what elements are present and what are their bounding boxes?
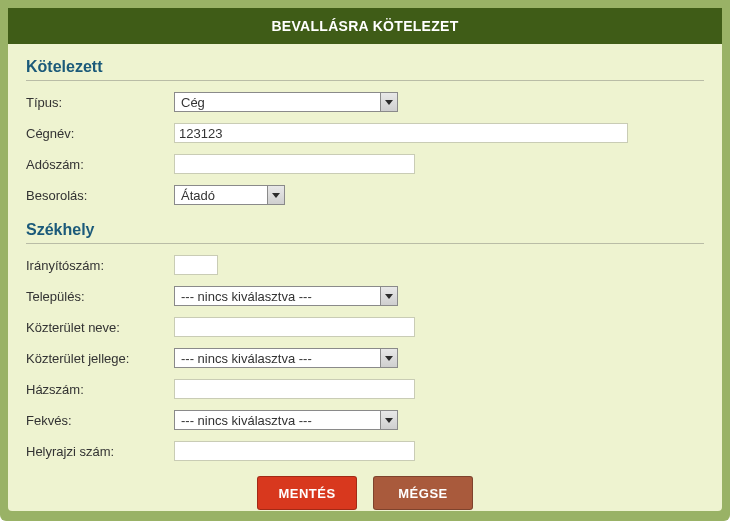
kozterulet-jellege-select[interactable]: --- nincs kiválasztva --- bbox=[174, 348, 398, 368]
row-telepules: Település: --- nincs kiválasztva --- bbox=[26, 285, 704, 307]
tipus-select[interactable]: Cég bbox=[174, 92, 398, 112]
label-besorolas: Besorolás: bbox=[26, 188, 174, 203]
button-bar: MENTÉS MÉGSE bbox=[26, 476, 704, 510]
chevron-down-icon bbox=[380, 411, 397, 429]
adoszam-input[interactable] bbox=[174, 154, 415, 174]
cancel-button[interactable]: MÉGSE bbox=[373, 476, 473, 510]
besorolas-select-value: Átadó bbox=[175, 186, 267, 204]
label-cegnev: Cégnév: bbox=[26, 126, 174, 141]
label-tipus: Típus: bbox=[26, 95, 174, 110]
kozterulet-jellege-select-value: --- nincs kiválasztva --- bbox=[175, 349, 380, 367]
row-cegnev: Cégnév: bbox=[26, 122, 704, 144]
row-iranyitoszam: Irányítószám: bbox=[26, 254, 704, 276]
hazszam-input[interactable] bbox=[174, 379, 415, 399]
label-iranyitoszam: Irányítószám: bbox=[26, 258, 174, 273]
row-fekves: Fekvés: --- nincs kiválasztva --- bbox=[26, 409, 704, 431]
iranyitoszam-input[interactable] bbox=[174, 255, 218, 275]
fekves-select-value: --- nincs kiválasztva --- bbox=[175, 411, 380, 429]
besorolas-select[interactable]: Átadó bbox=[174, 185, 285, 205]
label-kozterulet-neve: Közterület neve: bbox=[26, 320, 174, 335]
section-title-szekhely: Székhely bbox=[26, 215, 704, 244]
label-adoszam: Adószám: bbox=[26, 157, 174, 172]
helyrajzi-szam-input[interactable] bbox=[174, 441, 415, 461]
kozterulet-neve-input[interactable] bbox=[174, 317, 415, 337]
row-besorolas: Besorolás: Átadó bbox=[26, 184, 704, 206]
chevron-down-icon bbox=[380, 93, 397, 111]
row-helyrajzi-szam: Helyrajzi szám: bbox=[26, 440, 704, 462]
window-frame: BEVALLÁSRA KÖTELEZET Kötelezett Típus: C… bbox=[0, 0, 730, 521]
label-hazszam: Házszám: bbox=[26, 382, 174, 397]
window-title: BEVALLÁSRA KÖTELEZET bbox=[8, 8, 722, 44]
chevron-down-icon bbox=[380, 287, 397, 305]
row-kozterulet-neve: Közterület neve: bbox=[26, 316, 704, 338]
telepules-select-value: --- nincs kiválasztva --- bbox=[175, 287, 380, 305]
form-panel: Kötelezett Típus: Cég Cégnév: Adószám: bbox=[8, 44, 722, 511]
label-kozterulet-jellege: Közterület jellege: bbox=[26, 351, 174, 366]
telepules-select[interactable]: --- nincs kiválasztva --- bbox=[174, 286, 398, 306]
row-hazszam: Házszám: bbox=[26, 378, 704, 400]
row-adoszam: Adószám: bbox=[26, 153, 704, 175]
cegnev-input[interactable] bbox=[174, 123, 628, 143]
row-kozterulet-jellege: Közterület jellege: --- nincs kiválasztv… bbox=[26, 347, 704, 369]
chevron-down-icon bbox=[380, 349, 397, 367]
save-button[interactable]: MENTÉS bbox=[257, 476, 357, 510]
label-fekves: Fekvés: bbox=[26, 413, 174, 428]
row-tipus: Típus: Cég bbox=[26, 91, 704, 113]
chevron-down-icon bbox=[267, 186, 284, 204]
label-telepules: Település: bbox=[26, 289, 174, 304]
fekves-select[interactable]: --- nincs kiválasztva --- bbox=[174, 410, 398, 430]
label-helyrajzi-szam: Helyrajzi szám: bbox=[26, 444, 174, 459]
tipus-select-value: Cég bbox=[175, 93, 380, 111]
section-title-kotelezett: Kötelezett bbox=[26, 52, 704, 81]
